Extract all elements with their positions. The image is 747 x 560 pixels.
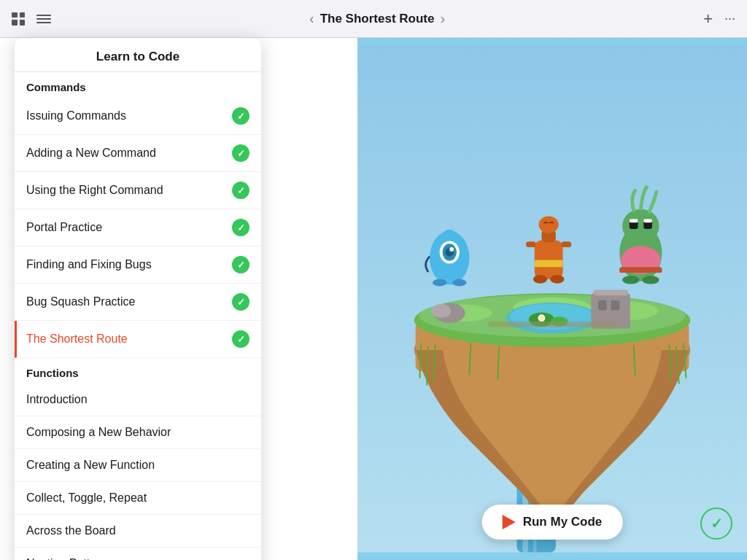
game-area: Run My Code	[357, 38, 747, 560]
nav-item-bug-squash-practice[interactable]: Bug Squash Practice	[15, 284, 261, 321]
functions-section-header: Functions	[15, 358, 261, 384]
svg-rect-44	[562, 241, 572, 247]
completed-check-finding-bugs	[232, 256, 249, 273]
svg-rect-57	[489, 322, 616, 327]
completed-check-bug-squash	[232, 293, 249, 311]
svg-point-36	[449, 247, 454, 252]
svg-point-49	[622, 209, 659, 244]
nav-item-composing-behavior[interactable]: Composing a New Behavior	[15, 416, 261, 449]
completed-check-shortest-route	[232, 330, 249, 348]
nav-item-introduction[interactable]: Introduction	[15, 384, 261, 416]
svg-point-16	[540, 316, 544, 320]
svg-rect-43	[526, 241, 536, 247]
page-title: The Shortest Route	[320, 12, 435, 26]
completed-check-adding-command	[232, 144, 249, 162]
svg-rect-52	[630, 219, 638, 222]
toolbar-nav: ‹ The Shortest Route ›	[63, 10, 692, 27]
svg-point-22	[431, 304, 451, 318]
grid-icon[interactable]	[12, 12, 25, 26]
svg-rect-20	[611, 300, 620, 311]
svg-point-38	[452, 279, 466, 287]
completed-check-issuing-commands	[232, 107, 249, 125]
completed-check-using-command	[232, 182, 249, 199]
svg-rect-42	[535, 260, 563, 268]
completed-check-portal-practice	[232, 219, 249, 236]
svg-rect-39	[535, 240, 563, 279]
more-options-button[interactable]: ···	[724, 11, 735, 26]
svg-rect-54	[619, 267, 662, 273]
toolbar: ‹ The Shortest Route › + ···	[0, 0, 747, 38]
nav-item-finding-fixing-bugs[interactable]: Finding and Fixing Bugs	[15, 246, 261, 284]
nav-item-nesting-patterns[interactable]: Nesting Patterns	[15, 548, 261, 560]
nav-item-using-right-command[interactable]: Using the Right Command	[15, 172, 261, 209]
play-icon	[503, 515, 516, 529]
svg-point-37	[433, 279, 446, 287]
svg-rect-19	[598, 300, 607, 311]
nav-item-creating-function[interactable]: Creating a New Function	[15, 449, 261, 482]
nav-item-portal-practice[interactable]: Portal Practice	[15, 209, 261, 246]
nav-item-collect-toggle-repeat[interactable]: Collect, Toggle, Repeat	[15, 482, 261, 515]
sidebar-panel: Learn to Code Commands Issuing Commands …	[15, 38, 261, 560]
nav-item-issuing-commands[interactable]: Issuing Commands	[15, 98, 261, 135]
svg-point-41	[539, 216, 559, 233]
panel-title: Learn to Code	[96, 50, 179, 63]
svg-rect-18	[593, 289, 628, 295]
add-button[interactable]: +	[703, 9, 713, 28]
nav-item-across-the-board[interactable]: Across the Board	[15, 515, 261, 548]
completion-check-icon[interactable]	[700, 508, 732, 540]
run-button-label: Run My Code	[523, 515, 603, 529]
svg-point-45	[533, 275, 547, 284]
commands-section-header: Commands	[15, 72, 261, 98]
list-icon[interactable]	[36, 13, 51, 25]
svg-point-56	[642, 276, 659, 284]
panel-header: Learn to Code	[15, 38, 261, 72]
back-arrow-icon[interactable]: ‹	[309, 10, 314, 27]
forward-arrow-icon[interactable]: ›	[440, 10, 445, 27]
svg-point-46	[550, 275, 564, 284]
svg-rect-53	[643, 219, 652, 222]
run-my-code-button[interactable]: Run My Code	[482, 505, 623, 540]
nav-item-adding-new-command[interactable]: Adding a New Command	[15, 135, 261, 172]
toolbar-right: + ···	[703, 9, 735, 28]
nav-item-shortest-route[interactable]: The Shortest Route	[15, 321, 261, 358]
svg-point-55	[622, 276, 639, 284]
